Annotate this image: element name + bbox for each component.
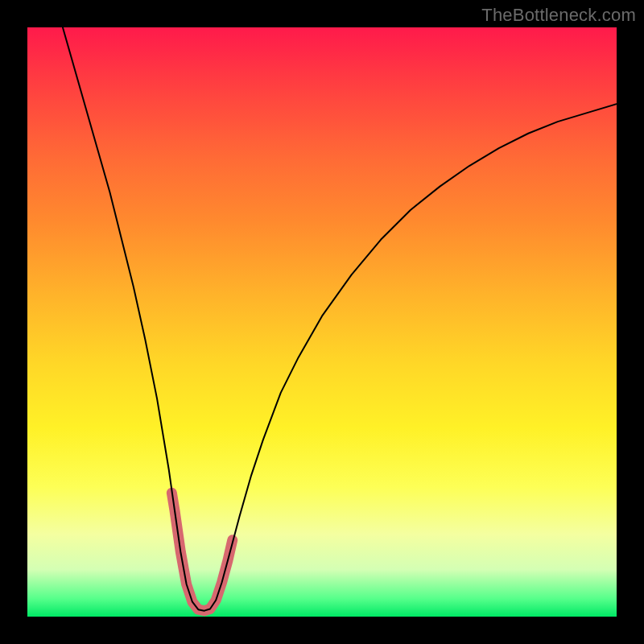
chart-svg	[27, 27, 617, 617]
watermark-label: TheBottleneck.com	[481, 5, 636, 26]
bottleneck-curve-path	[63, 27, 617, 611]
chart-frame: TheBottleneck.com	[0, 0, 644, 644]
plot-area	[27, 27, 617, 617]
